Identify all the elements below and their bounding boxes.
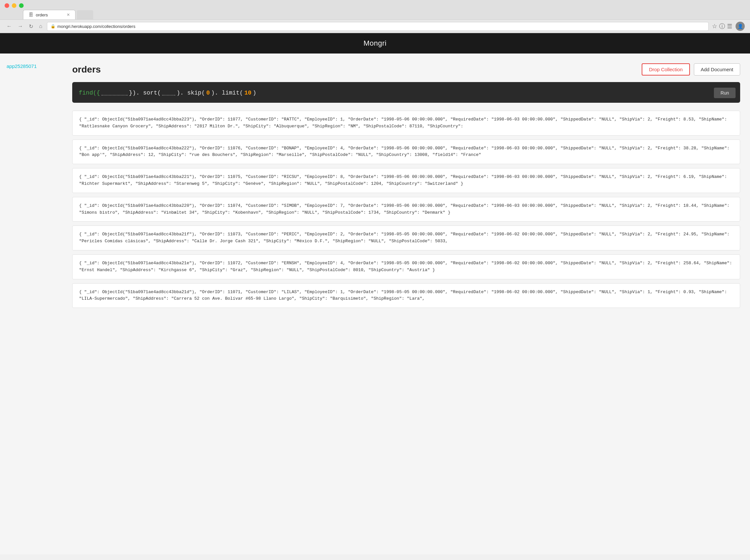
list-item[interactable]: { "_id": ObjectId("51ba0971ae4ad8cc43bba…	[72, 111, 740, 136]
header-buttons: Drop Collection Add Document	[642, 63, 740, 76]
traffic-lights	[0, 0, 750, 10]
menu-button[interactable]: ☰	[727, 23, 732, 30]
doc-text: { "_id": ObjectId("51ba0971ae4ad8cc43bba…	[79, 289, 727, 301]
sidebar-app-link[interactable]: app25285071	[6, 63, 37, 69]
tab-title: orders	[36, 13, 48, 17]
list-item[interactable]: { "_id": ObjectId("51ba0971ae4ad8cc43bba…	[72, 283, 740, 308]
toolbar-icons: ☆ ⓘ ☰	[712, 22, 732, 30]
list-item[interactable]: { "_id": ObjectId("51ba0971ae4ad8cc43bba…	[72, 168, 740, 193]
url-text: mongri.herokuapp.com/collections/orders	[57, 24, 136, 29]
doc-text: { "_id": ObjectId("51ba0971ae4ad8cc43bba…	[79, 203, 730, 215]
list-item[interactable]: { "_id": ObjectId("51ba0971ae4ad8cc43bba…	[72, 197, 740, 222]
query-line: find({ }). sort( ). skip( 0 ). limit( 10…	[79, 88, 734, 98]
info-button[interactable]: ⓘ	[719, 22, 725, 30]
list-item[interactable]: { "_id": ObjectId("51ba0971ae4ad8cc43bba…	[72, 254, 740, 279]
app-title: Mongri	[363, 39, 386, 47]
drop-collection-button[interactable]: Drop Collection	[642, 63, 690, 76]
skip-close: ). limit(	[211, 88, 243, 98]
query-skip-value[interactable]: 0	[206, 88, 210, 98]
back-button[interactable]: ←	[5, 23, 13, 30]
doc-text: { "_id": ObjectId("51ba0971ae4ad8cc43bba…	[79, 117, 727, 129]
doc-text: { "_id": ObjectId("51ba0971ae4ad8cc43bba…	[79, 146, 730, 158]
documents-list: { "_id": ObjectId("51ba0971ae4ad8cc43bba…	[72, 111, 740, 308]
query-filter-input[interactable]	[101, 91, 128, 96]
browser-chrome: 🗄 orders ✕ ← → ↻ ⌂ 🔒 mongri.herokuapp.co…	[0, 0, 750, 33]
run-button[interactable]: Run	[714, 88, 735, 98]
lock-icon: 🔒	[50, 24, 56, 28]
query-sort-input[interactable]	[162, 91, 175, 96]
sidebar: app25285071	[0, 63, 66, 544]
user-avatar: 👤	[735, 22, 745, 31]
add-document-button[interactable]: Add Document	[694, 63, 740, 76]
active-tab[interactable]: 🗄 orders ✕	[23, 10, 76, 19]
address-bar[interactable]: 🔒 mongri.herokuapp.com/collections/order…	[47, 22, 709, 31]
close-button[interactable]	[5, 3, 9, 8]
query-limit-value[interactable]: 10	[244, 88, 251, 98]
main-content: orders Drop Collection Add Document find…	[66, 63, 750, 544]
minimize-button[interactable]	[12, 3, 16, 8]
page-header: orders Drop Collection Add Document	[72, 63, 740, 76]
limit-close: )	[253, 88, 256, 98]
maximize-button[interactable]	[19, 3, 24, 8]
forward-button[interactable]: →	[16, 23, 24, 30]
tab-icon: 🗄	[28, 12, 33, 17]
find-keyword: find({	[79, 88, 100, 98]
doc-text: { "_id": ObjectId("51ba0971ae4ad8cc43bba…	[79, 174, 727, 186]
sort-close: ). skip(	[177, 88, 205, 98]
home-button[interactable]: ⌂	[38, 23, 44, 30]
reload-button[interactable]: ↻	[27, 23, 35, 30]
doc-text: { "_id": ObjectId("51ba0971ae4ad8cc43bba…	[79, 232, 730, 244]
app-body: app25285071 orders Drop Collection Add D…	[0, 54, 750, 555]
bookmark-button[interactable]: ☆	[712, 23, 717, 30]
list-item[interactable]: { "_id": ObjectId("51ba0971ae4ad8cc43bba…	[72, 140, 740, 164]
page-title: orders	[72, 64, 101, 75]
list-item[interactable]: { "_id": ObjectId("51ba0971ae4ad8cc43bba…	[72, 225, 740, 251]
query-box: find({ }). sort( ). skip( 0 ). limit( 10…	[72, 82, 740, 103]
find-close: }). sort(	[129, 88, 161, 98]
tab-bar: 🗄 orders ✕	[0, 10, 750, 19]
doc-text: { "_id": ObjectId("51ba0971ae4ad8cc43bba…	[79, 261, 732, 273]
tab-close-button[interactable]: ✕	[67, 13, 70, 17]
address-bar-row: ← → ↻ ⌂ 🔒 mongri.herokuapp.com/collectio…	[0, 19, 750, 33]
app-header: Mongri	[0, 33, 750, 54]
